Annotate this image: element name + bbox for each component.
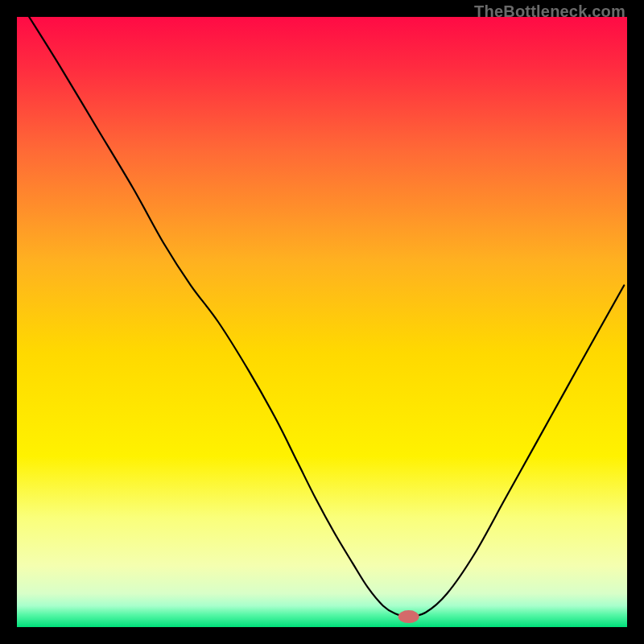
watermark-text: TheBottleneck.com	[474, 2, 625, 21]
chart-stage: TheBottleneck.com	[0, 0, 644, 644]
marker-layer	[17, 17, 627, 627]
optimal-marker	[398, 610, 419, 623]
plot-area	[17, 17, 627, 627]
